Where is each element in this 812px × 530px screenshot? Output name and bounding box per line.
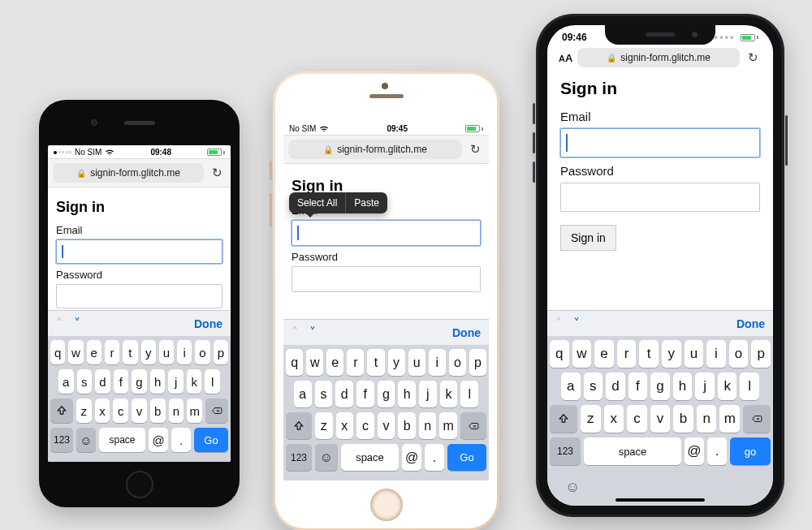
go-key[interactable]: go <box>730 437 771 465</box>
text-size-button[interactable]: AA <box>559 52 572 64</box>
shift-key[interactable] <box>50 399 73 423</box>
key-o[interactable]: o <box>729 340 749 368</box>
address-bar[interactable]: 🔒 signin-form.glitch.me ↻ <box>48 158 231 187</box>
go-key[interactable]: Go <box>194 428 228 452</box>
password-field[interactable] <box>292 266 481 292</box>
key-q[interactable]: q <box>550 340 569 368</box>
key-u[interactable]: u <box>159 340 174 364</box>
key-y[interactable]: y <box>662 340 681 368</box>
key-o[interactable]: o <box>449 349 466 376</box>
emoji-key[interactable]: ☺ <box>315 444 338 471</box>
key-f[interactable]: f <box>356 381 374 407</box>
address-bar[interactable]: 🔒 signin-form.glitch.me ↻ <box>283 135 489 164</box>
key-s[interactable]: s <box>315 381 333 407</box>
key-v[interactable]: v <box>650 405 671 433</box>
key-r[interactable]: r <box>347 349 364 376</box>
next-field-chevron-icon[interactable]: ˅ <box>74 316 80 331</box>
dot-key[interactable]: . <box>707 437 727 465</box>
keyboard-done-button[interactable]: Done <box>452 326 481 339</box>
password-field[interactable] <box>56 284 222 308</box>
key-z[interactable]: z <box>76 399 92 423</box>
key-z[interactable]: z <box>581 405 601 433</box>
key-h[interactable]: h <box>673 373 693 400</box>
numbers-key[interactable]: 123 <box>286 444 312 471</box>
at-key[interactable]: @ <box>149 428 168 452</box>
key-b[interactable]: b <box>398 412 416 439</box>
home-indicator[interactable] <box>615 498 705 502</box>
key-f[interactable]: f <box>114 369 129 394</box>
key-v[interactable]: v <box>132 399 147 423</box>
space-key[interactable]: space <box>584 437 681 465</box>
keyboard-done-button[interactable]: Done <box>194 317 222 330</box>
key-d[interactable]: d <box>335 381 353 407</box>
key-h[interactable]: h <box>398 381 416 407</box>
key-q[interactable]: q <box>286 349 303 376</box>
key-i[interactable]: i <box>177 340 192 364</box>
prev-field-chevron-icon[interactable]: ˄ <box>555 316 562 331</box>
key-e[interactable]: e <box>87 340 102 364</box>
key-g[interactable]: g <box>132 369 147 394</box>
key-v[interactable]: v <box>378 412 395 439</box>
key-k[interactable]: k <box>187 369 202 394</box>
select-all-menu-item[interactable]: Select All <box>289 192 345 213</box>
key-p[interactable]: p <box>751 340 771 368</box>
prev-field-chevron-icon[interactable]: ˄ <box>56 316 63 331</box>
key-k[interactable]: k <box>718 373 737 400</box>
key-j[interactable]: j <box>695 373 715 400</box>
key-d[interactable]: d <box>95 369 110 394</box>
reload-icon[interactable]: ↻ <box>745 50 762 65</box>
prev-field-chevron-icon[interactable]: ˄ <box>292 325 298 340</box>
email-field[interactable] <box>56 239 222 264</box>
key-k[interactable]: k <box>440 381 458 407</box>
key-y[interactable]: y <box>141 340 156 364</box>
key-o[interactable]: o <box>195 340 209 364</box>
url-pill[interactable]: 🔒 signin-form.glitch.me <box>288 140 462 159</box>
key-m[interactable]: m <box>719 405 740 433</box>
address-bar[interactable]: AA 🔒 signin-form.glitch.me ↻ <box>547 45 773 72</box>
key-e[interactable]: e <box>594 340 614 368</box>
shift-key[interactable] <box>550 405 577 433</box>
key-d[interactable]: d <box>606 373 625 400</box>
key-i[interactable]: i <box>706 340 726 368</box>
backspace-key[interactable] <box>743 405 771 433</box>
key-x[interactable]: x <box>95 399 110 423</box>
key-w[interactable]: w <box>306 349 323 376</box>
key-l[interactable]: l <box>740 373 759 400</box>
key-r[interactable]: r <box>617 340 637 368</box>
key-n[interactable]: n <box>419 412 437 439</box>
key-p[interactable]: p <box>214 340 228 364</box>
backspace-key[interactable] <box>205 399 228 423</box>
key-u[interactable]: u <box>685 340 704 368</box>
url-pill[interactable]: 🔒 signin-form.glitch.me <box>53 163 204 183</box>
key-t[interactable]: t <box>367 349 384 376</box>
numbers-key[interactable]: 123 <box>50 428 73 452</box>
reload-icon[interactable]: ↻ <box>209 166 226 180</box>
next-field-chevron-icon[interactable]: ˅ <box>573 316 580 331</box>
shift-key[interactable] <box>286 412 312 439</box>
key-c[interactable]: c <box>627 405 647 433</box>
emoji-key[interactable]: ☺ <box>565 479 580 496</box>
key-g[interactable]: g <box>378 381 395 407</box>
home-button[interactable] <box>126 471 153 498</box>
key-l[interactable]: l <box>460 381 478 407</box>
space-key[interactable]: space <box>99 428 145 452</box>
signin-button[interactable]: Sign in <box>560 225 616 251</box>
go-key[interactable]: Go <box>447 444 486 471</box>
emoji-key[interactable]: ☺ <box>76 428 96 452</box>
key-t[interactable]: t <box>123 340 137 364</box>
key-m[interactable]: m <box>439 412 457 439</box>
space-key[interactable]: space <box>341 444 399 471</box>
key-n[interactable]: n <box>697 405 717 433</box>
keyboard-done-button[interactable]: Done <box>736 317 765 330</box>
backspace-key[interactable] <box>460 412 486 439</box>
key-y[interactable]: y <box>388 349 405 376</box>
key-b[interactable]: b <box>150 399 166 423</box>
reload-icon[interactable]: ↻ <box>467 142 484 157</box>
key-j[interactable]: j <box>419 381 437 407</box>
key-c[interactable]: c <box>356 412 374 439</box>
key-e[interactable]: e <box>326 349 343 376</box>
key-b[interactable]: b <box>673 405 693 433</box>
at-key[interactable]: @ <box>402 444 421 471</box>
key-f[interactable]: f <box>628 373 648 400</box>
password-field[interactable] <box>560 183 760 212</box>
